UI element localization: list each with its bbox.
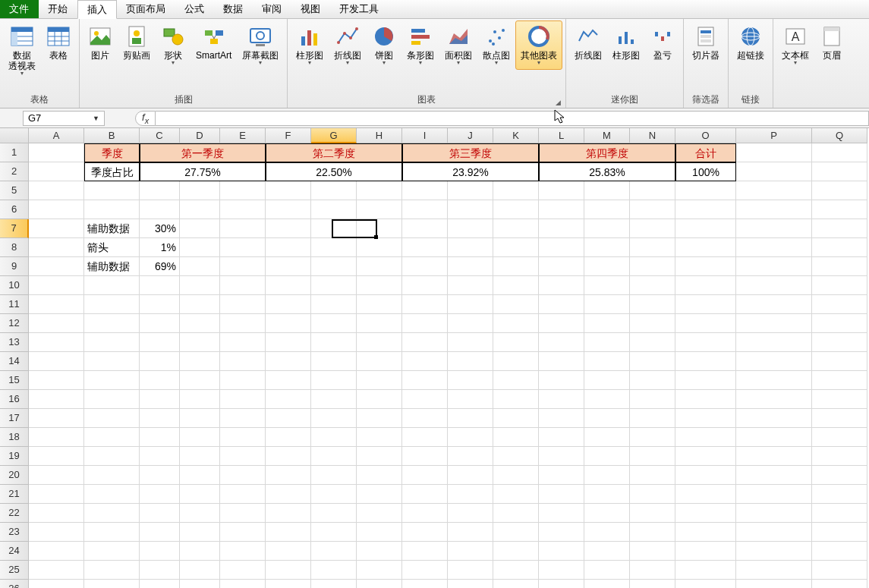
cell-G15[interactable] bbox=[311, 371, 357, 390]
cell-K23[interactable] bbox=[493, 523, 539, 542]
cell-P8[interactable] bbox=[736, 238, 812, 257]
cell-G18[interactable] bbox=[311, 428, 357, 447]
cell-F6[interactable] bbox=[266, 200, 311, 219]
cell-O22[interactable] bbox=[675, 504, 736, 523]
cell-M11[interactable] bbox=[584, 295, 630, 314]
cell-J18[interactable] bbox=[448, 428, 493, 447]
cell-G17[interactable] bbox=[311, 409, 357, 428]
cell-E6[interactable] bbox=[220, 200, 266, 219]
cell-H24[interactable] bbox=[357, 542, 402, 561]
cell-D10[interactable] bbox=[180, 276, 220, 295]
cell-K5[interactable] bbox=[493, 181, 539, 200]
cell-M19[interactable] bbox=[584, 447, 630, 466]
cell-K26[interactable] bbox=[493, 580, 539, 588]
cell-B7[interactable]: 辅助数据 bbox=[84, 219, 140, 238]
cell-L21[interactable] bbox=[539, 485, 584, 504]
other-charts-button[interactable]: 其他图表▾ bbox=[515, 20, 562, 70]
cell-Q5[interactable] bbox=[812, 181, 867, 200]
cell-K20[interactable] bbox=[493, 466, 539, 485]
cell-Q14[interactable] bbox=[812, 352, 867, 371]
cell-E20[interactable] bbox=[220, 466, 266, 485]
cell-A10[interactable] bbox=[29, 276, 84, 295]
cell-B25[interactable] bbox=[84, 561, 140, 580]
cell-C24[interactable] bbox=[140, 542, 180, 561]
cell-P17[interactable] bbox=[736, 409, 812, 428]
cell-E19[interactable] bbox=[220, 447, 266, 466]
cell-K14[interactable] bbox=[493, 352, 539, 371]
cell-F21[interactable] bbox=[266, 485, 311, 504]
sparkline-column-button[interactable]: 柱形图 bbox=[607, 20, 645, 64]
col-header-I[interactable]: I bbox=[402, 128, 448, 143]
cell-Q2[interactable] bbox=[812, 162, 867, 181]
cell-N24[interactable] bbox=[630, 542, 675, 561]
tab-layout[interactable]: 页面布局 bbox=[117, 0, 175, 18]
cell-I23[interactable] bbox=[402, 523, 448, 542]
cell-H18[interactable] bbox=[357, 428, 402, 447]
cell-B10[interactable] bbox=[84, 276, 140, 295]
cell-A17[interactable] bbox=[29, 409, 84, 428]
cell-F26[interactable] bbox=[266, 580, 311, 588]
cell-J23[interactable] bbox=[448, 523, 493, 542]
cell-G9[interactable] bbox=[311, 257, 357, 276]
cell-L24[interactable] bbox=[539, 542, 584, 561]
cell-G10[interactable] bbox=[311, 276, 357, 295]
cell-B8[interactable]: 箭头 bbox=[84, 238, 140, 257]
cell-Q19[interactable] bbox=[812, 447, 867, 466]
cell-I8[interactable] bbox=[402, 238, 448, 257]
cell-A2[interactable] bbox=[29, 162, 84, 181]
cell-E15[interactable] bbox=[220, 371, 266, 390]
col-header-D[interactable]: D bbox=[180, 128, 220, 143]
cell-H5[interactable] bbox=[357, 181, 402, 200]
cell-M8[interactable] bbox=[584, 238, 630, 257]
cell-Q10[interactable] bbox=[812, 276, 867, 295]
cell-B23[interactable] bbox=[84, 523, 140, 542]
cell-P18[interactable] bbox=[736, 428, 812, 447]
cell-P12[interactable] bbox=[736, 314, 812, 333]
cell-L11[interactable] bbox=[539, 295, 584, 314]
cell-G5[interactable] bbox=[311, 181, 357, 200]
cell-Q26[interactable] bbox=[812, 580, 867, 588]
cell-O14[interactable] bbox=[675, 352, 736, 371]
cell-A15[interactable] bbox=[29, 371, 84, 390]
cell-D7[interactable] bbox=[180, 219, 220, 238]
scatter-chart-button[interactable]: 散点图▾ bbox=[477, 20, 515, 70]
cell-C16[interactable] bbox=[140, 390, 180, 409]
cell-C9[interactable]: 69% bbox=[140, 257, 180, 276]
cell-F14[interactable] bbox=[266, 352, 311, 371]
sparkline-winloss-button[interactable]: 盈亏 bbox=[645, 20, 680, 64]
cell-P7[interactable] bbox=[736, 219, 812, 238]
cell-O26[interactable] bbox=[675, 580, 736, 588]
col-header-Q[interactable]: Q bbox=[812, 128, 867, 143]
cell-J24[interactable] bbox=[448, 542, 493, 561]
cell-D11[interactable] bbox=[180, 295, 220, 314]
sparkline-line-button[interactable]: 折线图 bbox=[569, 20, 607, 64]
cell-N19[interactable] bbox=[630, 447, 675, 466]
clipart-button[interactable]: 剪贴画 bbox=[118, 20, 156, 64]
cell-A8[interactable] bbox=[29, 238, 84, 257]
row-header-10[interactable]: 10 bbox=[0, 276, 29, 295]
cell-P1[interactable] bbox=[736, 143, 812, 162]
cell-O12[interactable] bbox=[675, 314, 736, 333]
cell-N8[interactable] bbox=[630, 238, 675, 257]
column-chart-button[interactable]: 柱形图▾ bbox=[291, 20, 329, 70]
cell-B2[interactable]: 季度占比 bbox=[84, 162, 140, 181]
cell-O13[interactable] bbox=[675, 333, 736, 352]
cell-B15[interactable] bbox=[84, 371, 140, 390]
cell-G23[interactable] bbox=[311, 523, 357, 542]
cell-Q16[interactable] bbox=[812, 390, 867, 409]
cell-N17[interactable] bbox=[630, 409, 675, 428]
cell-O23[interactable] bbox=[675, 523, 736, 542]
cell-O19[interactable] bbox=[675, 447, 736, 466]
cell-J8[interactable] bbox=[448, 238, 493, 257]
cell-K13[interactable] bbox=[493, 333, 539, 352]
cell-I18[interactable] bbox=[402, 428, 448, 447]
cell-P15[interactable] bbox=[736, 371, 812, 390]
cell-E11[interactable] bbox=[220, 295, 266, 314]
cell-J12[interactable] bbox=[448, 314, 493, 333]
cell-G8[interactable] bbox=[311, 238, 357, 257]
cell-I17[interactable] bbox=[402, 409, 448, 428]
cell-P22[interactable] bbox=[736, 504, 812, 523]
cell-L16[interactable] bbox=[539, 390, 584, 409]
cell-H26[interactable] bbox=[357, 580, 402, 588]
cell-N13[interactable] bbox=[630, 333, 675, 352]
